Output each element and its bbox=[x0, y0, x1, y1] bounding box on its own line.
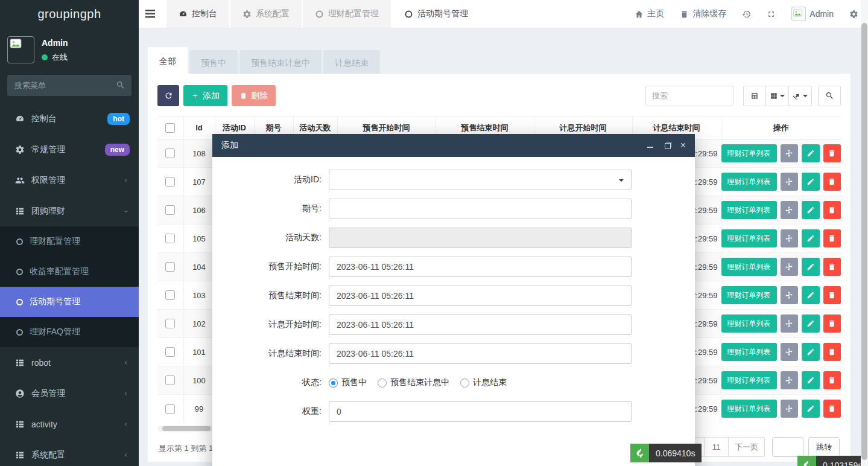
search-toggle-button[interactable] bbox=[818, 86, 841, 106]
drag-button[interactable] bbox=[781, 229, 799, 247]
user-menu[interactable]: Admin bbox=[791, 7, 834, 21]
home-link[interactable]: 主页 bbox=[635, 8, 664, 19]
close-icon[interactable]: × bbox=[680, 142, 686, 149]
sidebar-item-dashboard[interactable]: 控制台 hot bbox=[0, 103, 139, 134]
order-list-button[interactable]: 理财订单列表 bbox=[721, 314, 777, 333]
edit-button[interactable] bbox=[802, 371, 820, 389]
toggle-view-button[interactable] bbox=[743, 86, 766, 106]
drag-button[interactable] bbox=[781, 144, 799, 162]
page-jump-button[interactable]: 跳转 bbox=[808, 437, 840, 457]
row-delete-button[interactable] bbox=[823, 173, 841, 191]
row-delete-button[interactable] bbox=[823, 371, 841, 389]
row-checkbox[interactable] bbox=[165, 234, 175, 243]
delete-button[interactable]: 删除 bbox=[232, 85, 276, 106]
row-checkbox[interactable] bbox=[165, 262, 175, 272]
presale-end-input[interactable] bbox=[329, 286, 632, 306]
trace-badge[interactable]: 0.069410s bbox=[630, 444, 702, 462]
drag-button[interactable] bbox=[781, 371, 799, 389]
horizontal-scrollbar-thumb[interactable] bbox=[162, 426, 211, 431]
tab-presale-ended-interest[interactable]: 预售结束计息中 bbox=[239, 50, 322, 74]
vertical-scrollbar-thumb[interactable] bbox=[861, 23, 867, 460]
row-checkbox[interactable] bbox=[165, 375, 175, 385]
period-input[interactable] bbox=[329, 199, 632, 219]
row-checkbox[interactable] bbox=[165, 148, 175, 158]
vertical-scrollbar[interactable] bbox=[861, 0, 868, 466]
order-list-button[interactable]: 理财订单列表 bbox=[721, 258, 777, 276]
sidebar-item-activity[interactable]: activity bbox=[0, 409, 139, 439]
columns-button[interactable] bbox=[766, 86, 789, 106]
edit-button[interactable] bbox=[802, 144, 820, 162]
interest-end-input[interactable] bbox=[329, 343, 632, 364]
drag-button[interactable] bbox=[781, 201, 799, 219]
row-checkbox[interactable] bbox=[165, 205, 175, 215]
sidebar-toggle-button[interactable] bbox=[139, 0, 162, 28]
edit-button[interactable] bbox=[802, 314, 820, 333]
sidebar-item-system-config[interactable]: 系统配置 bbox=[0, 439, 139, 466]
edit-button[interactable] bbox=[802, 173, 820, 191]
sidebar-item-yield-config[interactable]: 收益率配置管理 bbox=[0, 257, 139, 287]
dialog-titlebar[interactable]: 添加 × bbox=[212, 134, 695, 157]
export-button[interactable] bbox=[789, 86, 812, 106]
presale-start-input[interactable] bbox=[329, 257, 632, 277]
order-list-button[interactable]: 理财订单列表 bbox=[721, 400, 777, 418]
activity-id-select[interactable] bbox=[329, 170, 632, 190]
row-delete-button[interactable] bbox=[823, 314, 841, 333]
radio-presale[interactable]: 预售中 bbox=[329, 377, 367, 388]
menu-search-input[interactable] bbox=[7, 75, 131, 96]
row-delete-button[interactable] bbox=[823, 286, 841, 304]
edit-button[interactable] bbox=[802, 343, 820, 361]
topnav-tab-finance-config[interactable]: 理财配置管理 bbox=[303, 0, 391, 28]
drag-button[interactable] bbox=[781, 314, 799, 333]
add-button[interactable]: 添加 bbox=[183, 85, 227, 106]
clear-cache-button[interactable]: 清除缓存 bbox=[680, 8, 726, 19]
order-list-button[interactable]: 理财订单列表 bbox=[721, 201, 777, 219]
refresh-button[interactable] bbox=[157, 85, 179, 106]
drag-button[interactable] bbox=[781, 173, 799, 191]
edit-button[interactable] bbox=[802, 201, 820, 219]
maximize-icon[interactable] bbox=[664, 142, 671, 149]
sidebar-item-general[interactable]: 常规管理 new bbox=[0, 134, 139, 165]
order-list-button[interactable]: 理财订单列表 bbox=[721, 371, 777, 389]
drag-button[interactable] bbox=[781, 343, 799, 361]
row-checkbox[interactable] bbox=[165, 404, 175, 414]
weight-input[interactable] bbox=[329, 401, 632, 422]
edit-button[interactable] bbox=[802, 286, 820, 304]
order-list-button[interactable]: 理财订单列表 bbox=[721, 286, 777, 304]
trace-badge[interactable]: 0.103159s bbox=[797, 456, 868, 466]
page-11[interactable]: 11 bbox=[705, 437, 729, 457]
topnav-tab-activity-period[interactable]: 活动期号管理 bbox=[392, 0, 480, 28]
sidebar-item-activity-period[interactable]: 活动期号管理 bbox=[0, 287, 139, 317]
order-list-button[interactable]: 理财订单列表 bbox=[721, 343, 777, 361]
col-header-id[interactable]: Id bbox=[183, 116, 215, 139]
row-delete-button[interactable] bbox=[823, 258, 841, 276]
order-list-button[interactable]: 理财订单列表 bbox=[721, 229, 777, 247]
order-list-button[interactable]: 理财订单列表 bbox=[721, 144, 777, 162]
sidebar-item-finance-faq[interactable]: 理财FAQ管理 bbox=[0, 317, 139, 347]
drag-button[interactable] bbox=[781, 400, 799, 418]
row-checkbox[interactable] bbox=[165, 177, 175, 187]
row-checkbox[interactable] bbox=[165, 290, 175, 300]
edit-button[interactable] bbox=[802, 400, 820, 418]
sidebar-item-robot[interactable]: robot bbox=[0, 347, 139, 378]
row-delete-button[interactable] bbox=[823, 201, 841, 219]
row-delete-button[interactable] bbox=[823, 343, 841, 361]
drag-button[interactable] bbox=[781, 258, 799, 276]
edit-button[interactable] bbox=[802, 229, 820, 247]
tab-all[interactable]: 全部 bbox=[148, 47, 188, 74]
sidebar-item-members[interactable]: 会员管理 bbox=[0, 378, 139, 409]
table-search-input[interactable] bbox=[645, 86, 733, 106]
app-logo[interactable]: groupingph bbox=[0, 0, 139, 28]
sidebar-item-group-finance[interactable]: 团购理财 bbox=[0, 196, 139, 226]
row-delete-button[interactable] bbox=[823, 400, 841, 418]
tab-interest-ended[interactable]: 计息结束 bbox=[323, 50, 380, 74]
topnav-tab-system-config[interactable]: 系统配置 bbox=[230, 0, 302, 28]
interest-start-input[interactable] bbox=[329, 314, 632, 335]
sidebar-item-finance-config[interactable]: 理财配置管理 bbox=[0, 226, 139, 257]
tab-presale[interactable]: 预售中 bbox=[189, 50, 238, 74]
minimize-icon[interactable] bbox=[647, 142, 654, 149]
radio-presale-ended-interest[interactable]: 预售结束计息中 bbox=[378, 377, 449, 388]
select-all-checkbox[interactable] bbox=[165, 123, 175, 133]
radio-interest-ended[interactable]: 计息结束 bbox=[460, 377, 507, 388]
topnav-tab-dashboard[interactable]: 控制台 bbox=[166, 0, 229, 28]
next-page-button[interactable]: 下一页 bbox=[729, 437, 765, 457]
